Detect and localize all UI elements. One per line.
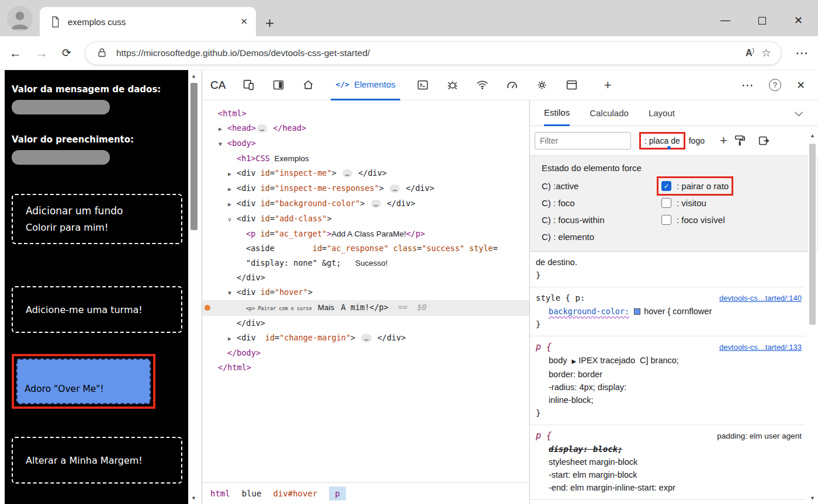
expand-arrow-icon[interactable]: ▼ [219,137,227,151]
rule-property-line[interactable]: } [530,269,805,281]
tab-close-icon[interactable]: ✕ [240,16,248,27]
dom-tree-node[interactable]: </html> [202,360,529,375]
browser-tab[interactable]: exemplos cuss ✕ [40,7,256,36]
force-state-option[interactable]: C) : foco [542,198,661,208]
force-state-option[interactable]: C) : elemento [542,232,661,242]
window-close-icon[interactable]: ✕ [794,14,803,27]
debugger-bug-icon[interactable] [446,78,460,92]
stylesheet-link[interactable]: devtools-cs…tarted/:133 [719,341,802,354]
dom-tree-node[interactable]: "display: none" &gt; Sucesso! [202,256,529,270]
favorite-star-icon[interactable]: ☆ [761,46,771,60]
force-state-option[interactable]: ✓: pairar o rato [661,181,729,191]
force-state-option[interactable]: : visitou [661,198,706,208]
dom-tree-node[interactable]: v<div id="add-class"> [202,211,529,227]
rule-property-line[interactable]: body ▶ IPEX tracejado C] branco; [530,354,805,368]
add-class-button[interactable]: Adicione-me uma turma! [12,286,182,333]
padding-value-input[interactable] [12,150,110,165]
expand-arrow-icon[interactable]: ▶ [228,182,237,196]
page-scrollbar[interactable]: ▲ ▼ [188,70,199,504]
expand-arrow-icon[interactable]: v [228,212,237,227]
back-icon[interactable]: ← [9,46,22,60]
rule-property-line[interactable]: } [530,318,805,331]
dom-tree-node[interactable]: </div> [202,316,529,331]
open-external-icon[interactable] [758,134,771,147]
expand-arrow-icon[interactable]: ▶ [228,197,237,211]
dom-tree-node[interactable]: ▶<div id="inspect-me-responses"> … </div… [202,181,529,196]
url-text[interactable]: https://microsoftedge.github.io/Demos/de… [116,48,739,58]
rule-property-line[interactable]: inline-block; [530,394,805,406]
devtools-close-icon[interactable]: ✕ [796,79,805,92]
read-aloud-icon[interactable]: A) [746,47,754,58]
forward-icon[interactable]: → [36,46,48,60]
tab-calculado[interactable]: Calculado [590,100,629,126]
dom-tree-node[interactable]: ▼<body> [202,136,529,151]
styles-filter-input[interactable] [535,132,631,150]
rule-property-line[interactable]: stylesheet margin-block [530,456,805,468]
breadcrumb-p[interactable]: p [329,486,345,500]
browser-menu-icon[interactable]: ⋯ [795,46,809,61]
expand-arrow-icon[interactable]: ▶ [228,331,237,346]
devtools-help-icon[interactable]: ? [769,79,781,91]
dom-tree-node[interactable]: ▶<div id="inspect-me"> … </div> [202,166,529,181]
checkbox-checked[interactable]: ✓ [661,181,671,191]
dom-tree-node[interactable]: ▶<div id="background-color"> … </div> [202,196,529,211]
change-margin-button[interactable]: Alterar a Minha Margem! [12,437,182,484]
dom-tree-node[interactable]: <aside id="ac_response" class="success" … [202,241,529,256]
address-bar[interactable]: https://microsoftedge.github.io/Demos/de… [85,41,781,65]
performance-gauge-icon[interactable] [505,78,519,92]
toggle-element-state-button[interactable]: : placa de [639,132,685,150]
dom-tree-node[interactable]: </div> [202,270,529,285]
add-panel-icon[interactable]: + [604,79,612,92]
force-state-option[interactable]: C) : focus-within [542,215,661,225]
minimize-icon[interactable]: — [720,15,730,26]
breadcrumb-blue[interactable]: blue [242,489,262,498]
new-style-rule-icon[interactable]: + [720,134,727,147]
scroll-up-icon[interactable]: ▲ [191,70,196,82]
scrollbar-thumb[interactable] [190,83,197,230]
tab-elements[interactable]: </> Elementos [331,70,400,100]
dom-tree-node[interactable]: <html> [202,106,529,121]
scroll-down-icon[interactable]: ▼ [191,492,196,504]
dom-tree-node[interactable]: <p> Pairar com o curso Mais A mim!</p> =… [202,300,529,316]
application-window-icon[interactable] [565,78,579,92]
rule-property-line[interactable]: background-color:hover { cornflower [530,305,805,318]
refresh-icon[interactable]: ⟳ [62,46,71,60]
hover-me-button[interactable]: Adoro "Over Me"! [16,359,151,404]
settings-gear-icon[interactable] [535,78,549,92]
rule-property-line[interactable]: display: block; [530,443,805,456]
profile-avatar[interactable] [7,6,33,32]
expand-arrow-icon[interactable]: ▶ [219,121,227,136]
dom-tree-node[interactable]: ▶<div id="change-margin"> … </div> [202,331,529,346]
scrollbar-thumb[interactable] [809,144,816,325]
rule-property-line[interactable]: -end: elm margin-inline-start: expr [530,481,805,494]
chevron-down-icon[interactable] [795,107,803,116]
maximize-icon[interactable] [758,17,766,25]
dom-tree-node[interactable]: ▼<div id="hover"> [202,285,529,300]
force-state-option[interactable]: C) :active [542,181,661,191]
rule-property-line[interactable]: border: border [530,368,805,381]
inspect-element-icon[interactable]: CA [210,79,226,92]
devtools-more-icon[interactable]: ⋯ [741,78,754,92]
home-icon[interactable] [301,78,315,92]
console-icon[interactable] [416,78,430,92]
dom-tree-node[interactable]: ▶<head>… </head> [202,121,529,136]
dom-tree-node[interactable]: </body> [202,346,529,360]
device-emulation-icon[interactable] [241,78,255,92]
breadcrumb-div-hover[interactable]: div#hover [273,489,317,498]
tab-layout[interactable]: Layout [649,100,675,126]
dock-side-icon[interactable] [271,78,285,92]
rule-property-line[interactable]: de destino. [530,256,805,269]
breadcrumb-html[interactable]: html [210,489,230,498]
force-state-option[interactable]: : foco visível [661,215,725,225]
rule-property-line[interactable]: } [530,406,805,419]
rule-property-line[interactable]: -radius: 4px; display: [530,381,805,394]
tab-estilos[interactable]: Estilos [544,100,570,126]
dom-tree-node[interactable]: <h1>CSS Exemplos [202,151,529,166]
checkbox-unchecked[interactable] [661,198,671,208]
stylesheet-link[interactable]: devtools-cs…tarted/:140 [719,292,802,305]
rule-property-line[interactable]: -start: elm margin-block [530,468,805,481]
scroll-up-icon[interactable]: ▲ [810,130,815,141]
expand-arrow-icon[interactable]: ▼ [228,286,237,300]
new-tab-button[interactable]: + [265,15,274,30]
data-message-input[interactable] [12,100,110,114]
